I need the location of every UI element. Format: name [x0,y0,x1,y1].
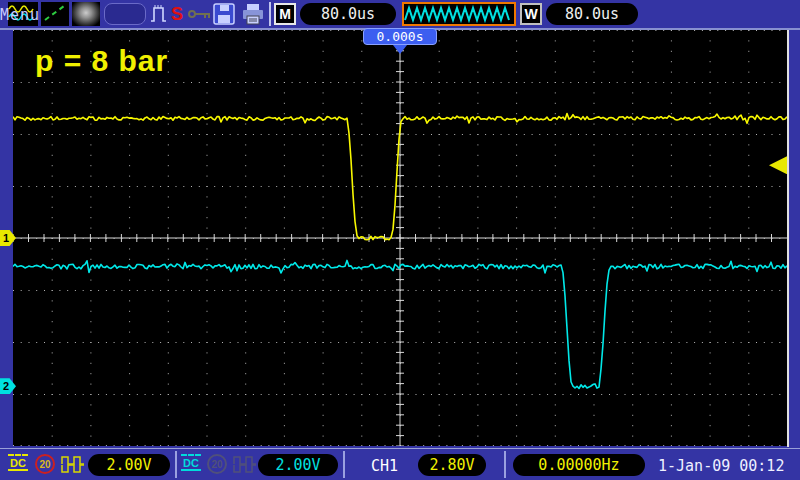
save-floppy-icon [212,2,236,26]
blank-slot [104,3,146,25]
ch2-coupling-icon: DC [181,453,203,471]
top-toolbar: S M 80.0us [0,0,800,28]
frequency-readout: 0.00000Hz [513,454,645,476]
ch1-coupling-label: DC [8,457,28,471]
print-icon [240,2,265,26]
ch2-scale-readout: 2.00V [258,454,338,476]
ch1-squarewave-icon [61,456,85,477]
trigger-source-label: CH1 [371,457,398,475]
datetime-label: 1-Jan-09 00:12 [658,457,784,475]
ch2-squarewave-icon [233,456,257,477]
plot-right-border [787,30,789,447]
glitch-pulse-icon [149,2,169,26]
pressure-annotation: p = 8 bar [35,44,168,78]
status-bar: DC 20 2.00V DC 20 2.00V CH1 [0,448,800,480]
trigger-level-readout: 2.80V [418,454,486,476]
waveform-plot [13,30,787,446]
window-timebase-readout: 80.0us [546,3,638,25]
status-separator [175,451,177,478]
key-lock-icon [188,2,212,26]
ch2-bandwidth-limit-icon: 20 [207,454,227,474]
main-timebase-readout: 80.0us [300,3,396,25]
trend-line-icon [41,2,69,26]
ch1-scale-readout: 2.00V [88,454,170,476]
ch2-coupling-label: DC [181,457,201,471]
status-separator [343,451,345,478]
window-zoom-waveform [402,2,516,26]
trigger-position-tag[interactable]: 0.000s [363,28,437,45]
toolbar-separator [269,2,271,26]
main-timebase-button: M [274,3,296,25]
s-badge: S [171,4,183,25]
menu-button[interactable]: Menu [0,6,40,24]
window-timebase-button: W [520,3,542,25]
status-separator [504,451,506,478]
noise-blob-icon [72,2,100,26]
oscilloscope-screen: S M 80.0us [0,0,800,480]
ch1-coupling-icon: DC [8,453,30,471]
ch1-bandwidth-limit-icon: 20 [35,454,55,474]
trigger-position-pointer-icon [393,45,407,54]
